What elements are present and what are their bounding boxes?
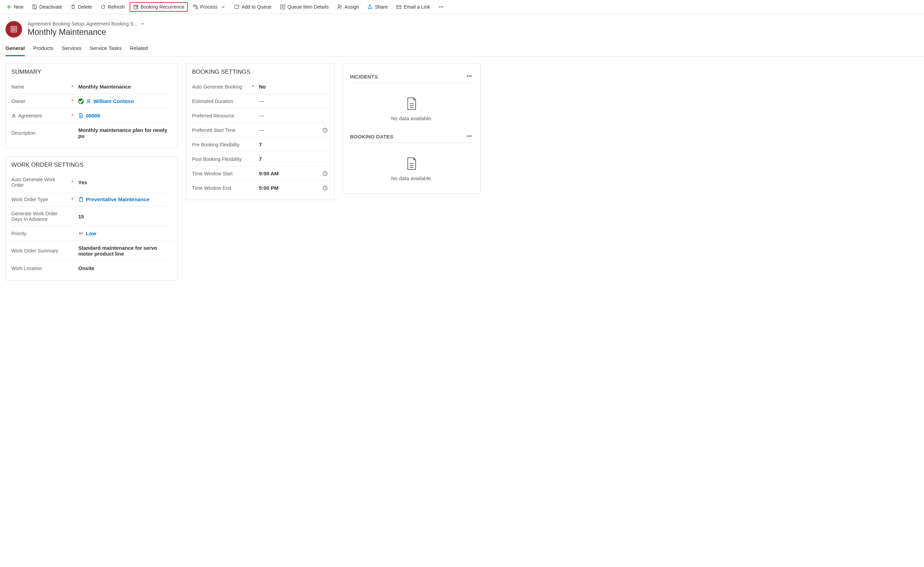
window-end-value: 5:00 PM — [259, 185, 318, 191]
duration-field-row[interactable]: Estimated Duration --- — [192, 94, 328, 108]
assign-button[interactable]: Assign — [333, 2, 363, 12]
wo-type-field-row[interactable]: Work Order Type * Preventative Maintenan… — [11, 192, 172, 207]
tab-service-tasks[interactable]: Service Tasks — [90, 41, 122, 56]
email-link-button[interactable]: Email a Link — [393, 2, 433, 12]
delete-icon — [70, 4, 76, 10]
booking-settings-title: BOOKING SETTINGS — [192, 69, 328, 75]
wo-summary-field-row[interactable]: Work Order Summary Standard maintenance … — [11, 241, 172, 261]
new-button[interactable]: New — [3, 2, 27, 12]
add-queue-icon — [234, 4, 239, 10]
agreement-value[interactable]: 00006 — [78, 112, 172, 118]
booking-dates-header: BOOKING DATES — [350, 132, 473, 143]
description-value: Monthly maintenance plan for newly pu — [78, 127, 172, 139]
wo-summary-label: Work Order Summary — [11, 248, 66, 254]
share-button[interactable]: Share — [364, 2, 391, 12]
post-flex-value: 7 — [259, 156, 318, 162]
document-icon — [406, 97, 417, 111]
header-titles: Agreement Booking Setup: Agreement Booki… — [27, 21, 145, 37]
breadcrumb: Agreement Booking Setup: Agreement Booki… — [27, 21, 137, 27]
document-icon — [406, 157, 417, 171]
owner-label: Owner — [11, 99, 66, 104]
pre-flex-field-row[interactable]: Pre Booking Flexibility 7 — [192, 138, 328, 152]
deactivate-button[interactable]: Deactivate — [28, 2, 66, 12]
queue-item-details-button[interactable]: Queue Item Details — [277, 2, 333, 12]
wo-type-value[interactable]: Preventative Maintenance — [78, 196, 172, 202]
owner-field-row[interactable]: Owner * William Contoso — [11, 94, 172, 108]
refresh-button[interactable]: Refresh — [97, 2, 128, 12]
clock-icon — [322, 171, 328, 176]
clock-icon-col[interactable] — [322, 185, 328, 191]
description-field-row[interactable]: Description Monthly maintenance plan for… — [11, 123, 172, 143]
incidents-empty-state: No data available. — [350, 97, 473, 121]
process-button[interactable]: Process — [189, 2, 230, 12]
assign-icon — [337, 4, 342, 10]
booking-dates-empty-state: No data available. — [350, 157, 473, 181]
column-right: INCIDENTS No data available. BOOKING DAT… — [343, 63, 481, 280]
days-advance-field-row[interactable]: Generate Work Order Days In Advance 15 — [11, 207, 172, 226]
wo-type-label: Work Order Type — [11, 197, 66, 202]
start-time-field-row[interactable]: Preferred Start Time --- — [192, 123, 328, 138]
booking-recurrence-button[interactable]: Booking Recurrence — [129, 2, 188, 12]
auto-gen-booking-field-row[interactable]: Auto Generate Booking * No — [192, 80, 328, 94]
refresh-icon — [100, 4, 106, 10]
svg-point-25 — [471, 136, 471, 136]
new-label: New — [14, 4, 23, 10]
queue-item-details-label: Queue Item Details — [287, 4, 329, 10]
svg-point-6 — [338, 5, 340, 7]
chevron-down-icon — [220, 4, 226, 10]
tab-products[interactable]: Products — [33, 41, 53, 56]
pre-flex-label: Pre Booking Flexibility — [192, 142, 247, 147]
location-field-row[interactable]: Work Location Onsite — [11, 261, 172, 275]
owner-value[interactable]: William Contoso — [78, 98, 172, 104]
main-content: SUMMARY Name * Monthly Maintenance Owner… — [0, 57, 924, 287]
svg-point-10 — [442, 6, 443, 7]
priority-label: Priority — [11, 231, 66, 236]
priority-value[interactable]: Low — [78, 231, 172, 236]
post-flex-field-row[interactable]: Post Booking Flexibility 7 — [192, 152, 328, 166]
resource-field-row[interactable]: Preferred Resource --- — [192, 108, 328, 123]
work-order-section: WORK ORDER SETTINGS Auto Generate Work O… — [6, 156, 178, 280]
agreement-field-row[interactable]: Agreement * 00006 — [11, 108, 172, 123]
booking-dates-more-button[interactable] — [465, 132, 473, 141]
delete-button[interactable]: Delete — [67, 2, 95, 12]
deactivate-label: Deactivate — [39, 4, 62, 10]
svg-point-13 — [87, 99, 90, 101]
chevron-down-icon — [140, 21, 145, 26]
window-end-field-row[interactable]: Time Window End 5:00 PM — [192, 181, 328, 195]
summary-section: SUMMARY Name * Monthly Maintenance Owner… — [6, 63, 178, 148]
more-icon — [467, 133, 472, 139]
priority-field-row[interactable]: Priority Low — [11, 226, 172, 241]
email-icon — [396, 4, 402, 10]
svg-rect-5 — [281, 5, 285, 9]
document-icon — [78, 113, 84, 118]
lock-icon — [11, 113, 16, 118]
duration-value: --- — [259, 98, 318, 104]
page-title: Monthly Maintenance — [27, 27, 145, 37]
plus-icon — [6, 4, 12, 10]
entity-icon — [6, 21, 22, 38]
incidents-title: INCIDENTS — [350, 74, 378, 80]
clock-icon-col[interactable] — [322, 128, 328, 133]
tab-general[interactable]: General — [6, 41, 25, 56]
tab-services[interactable]: Services — [62, 41, 82, 56]
auto-gen-wo-field-row[interactable]: Auto Generate Work Order * Yes — [11, 172, 172, 192]
tab-related[interactable]: Related — [130, 41, 148, 56]
required-indicator: * — [70, 99, 75, 104]
clock-icon-col[interactable] — [322, 171, 328, 176]
resource-label: Preferred Resource — [192, 113, 247, 118]
required-indicator: * — [70, 197, 75, 202]
column-middle: BOOKING SETTINGS Auto Generate Booking *… — [186, 63, 334, 280]
no-data-label: No data available. — [391, 176, 432, 181]
incidents-more-button[interactable] — [465, 72, 473, 81]
queue-details-icon — [280, 4, 286, 10]
delete-label: Delete — [78, 4, 92, 10]
clock-icon — [322, 128, 328, 133]
breadcrumb-row[interactable]: Agreement Booking Setup: Agreement Booki… — [27, 21, 145, 27]
owner-link: William Contoso — [93, 98, 134, 104]
window-start-field-row[interactable]: Time Window Start 9:00 AM — [192, 166, 328, 181]
wo-summary-value: Standard maintenance for servo motor pro… — [78, 245, 172, 256]
name-field-row[interactable]: Name * Monthly Maintenance — [11, 80, 172, 94]
svg-point-9 — [441, 6, 441, 7]
overflow-button[interactable] — [435, 2, 447, 12]
add-to-queue-button[interactable]: Add to Queue — [231, 2, 275, 12]
